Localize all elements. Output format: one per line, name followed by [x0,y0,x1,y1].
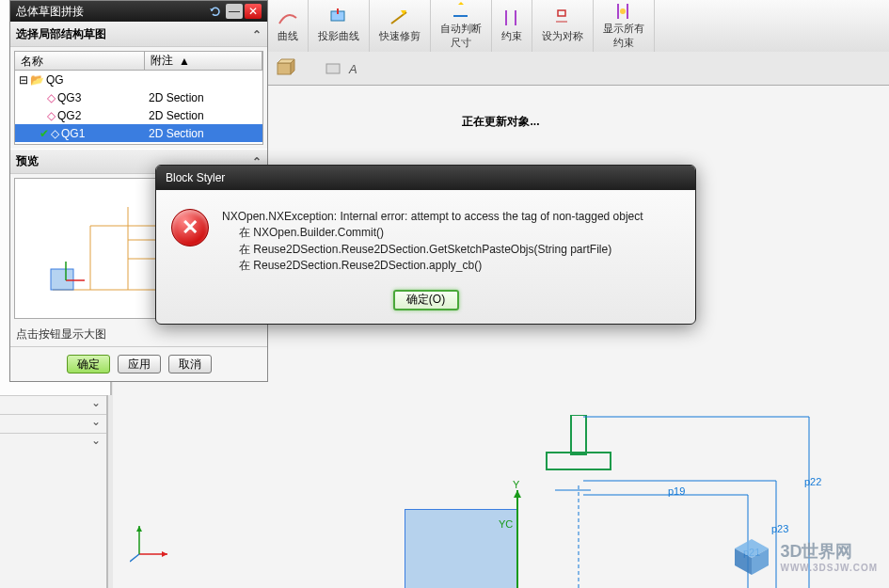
constraint-icon [501,8,522,27]
ribbon-item-project[interactable]: 投影曲线 [309,0,370,52]
minus-icon[interactable]: ⊟ [19,73,28,87]
left-collapse-column: ⌄ ⌄ ⌄ [0,395,108,588]
err-line: 在 Reuse2DSection.Reuse2DSection.GetSketc… [222,242,643,258]
svg-marker-42 [162,551,167,557]
text-tool-icon[interactable]: A [347,60,368,77]
ribbon-label: 约束 [501,29,522,43]
close-icon[interactable]: ✕ [245,4,262,19]
symmetric-icon [552,8,573,27]
dialog-ok-button[interactable]: 确定(O) [393,290,459,310]
check-icon: ✔ [40,127,49,140]
node-note: 2D Section [145,109,262,122]
dim-p19[interactable]: p19 [668,485,685,497]
node-label: QG3 [57,91,81,104]
solid-icon[interactable] [274,57,300,80]
error-icon: ✕ [171,209,209,246]
ribbon: 曲线 投影曲线 快速修剪 自动判断 尺寸 约束 设为对称 显示所有 约束 [268,0,889,52]
palette-title: 总体草图拼接 [16,4,84,20]
status-message: 正在更新对象... [462,114,539,130]
ribbon-label: 快速修剪 [379,29,421,43]
dialog-title: Block Styler [166,171,225,184]
dialog-titlebar[interactable]: Block Styler [156,166,695,190]
dim-p23[interactable]: p23 [771,523,788,534]
button-row: 确定 应用 取消 [10,346,267,381]
logo-cube-icon [731,535,772,577]
watermark: 3D世界网WWW.3DSJW.COM [731,535,878,577]
apply-button[interactable]: 应用 [118,355,161,373]
ribbon-label: 曲线 [278,29,298,43]
tree-row[interactable]: ◇QG32D Section [15,88,262,106]
showall-icon [613,2,634,20]
ribbon-item-autodim[interactable]: 自动判断 尺寸 [431,0,492,52]
svg-text:A: A [348,62,357,76]
error-dialog: Block Styler ✕ NXOpen.NXException: Inter… [155,165,696,325]
col-note[interactable]: 附注 [151,53,173,69]
err-line: 在 Reuse2DSection.Reuse2DSection.apply_cb… [222,258,643,274]
trim-icon [389,8,410,27]
tree[interactable]: 名称 附注▲ ⊟📂QG ◇QG32D Section ◇QG22D Sectio… [14,51,263,145]
node-icon: ◇ [47,91,56,104]
tree-row[interactable]: ◇QG22D Section [15,106,262,124]
preview-caption: 点击按钮显示大图 [10,323,267,346]
curve-icon [278,8,298,27]
node-icon: ◇ [47,109,56,122]
node-label: QG2 [57,109,81,122]
tree-header[interactable]: 名称 附注▲ [15,52,262,71]
dim-icon [451,2,471,20]
error-text: NXOpen.NXException: Internal error: atte… [222,209,643,275]
tree-row-selected[interactable]: ✔◇QG12D Section [15,124,262,142]
node-label: QG1 [61,127,85,140]
node-note: 2D Section [145,127,262,140]
ribbon-label: 显示所有 约束 [603,22,644,50]
watermark-text: 3D世界网 [780,540,878,563]
node-note: 2D Section [145,91,262,104]
reset-icon[interactable] [207,4,224,19]
chevron-up-icon: ⌃ [252,28,262,41]
chevron-down-icon[interactable]: ⌄ [0,395,106,414]
node-label: QG [46,73,64,87]
palette-titlebar[interactable]: 总体草图拼接 — ✕ [10,1,267,22]
view-triad[interactable] [130,520,173,564]
ribbon-item-symmetric[interactable]: 设为对称 [532,0,594,52]
cancel-button[interactable]: 取消 [168,355,212,373]
ribbon-item-showall[interactable]: 显示所有 约束 [594,0,655,52]
watermark-url: WWW.3DSJW.COM [780,563,878,573]
svg-rect-14 [326,64,340,73]
ribbon-label: 投影曲线 [318,29,359,43]
ribbon-label: 设为对称 [542,29,583,43]
ribbon-label: 自动判断 尺寸 [440,22,482,50]
minimize-icon[interactable]: — [226,4,243,19]
node-icon: ◇ [51,127,59,140]
tool-icon[interactable] [325,60,343,77]
chevron-down-icon[interactable]: ⌄ [0,433,106,452]
err-line: 在 NXOpen.Builder.Commit() [222,225,643,241]
ok-button[interactable]: 确定 [67,355,110,373]
svg-marker-44 [136,526,142,532]
svg-point-10 [620,8,626,14]
svg-rect-6 [558,10,565,16]
dim-p22[interactable]: p22 [804,476,821,487]
svg-rect-11 [278,63,291,74]
section-label: 预览 [16,153,39,169]
toolbar-row: A [268,55,889,83]
folder-icon: 📂 [30,73,44,87]
col-name[interactable]: 名称 [15,52,145,70]
project-icon [328,8,349,27]
tree-root[interactable]: ⊟📂QG [15,71,262,88]
svg-rect-58 [51,269,73,290]
ribbon-item-constraint[interactable]: 约束 [492,0,532,52]
svg-line-45 [130,554,139,562]
chevron-down-icon[interactable]: ⌄ [0,414,106,433]
section-select[interactable]: 选择局部结构草图⌃ [10,22,267,47]
err-line: NXOpen.NXException: Internal error: atte… [222,209,643,225]
ribbon-item-trim[interactable]: 快速修剪 [370,0,431,52]
section-label: 选择局部结构草图 [16,26,106,42]
sort-up-icon[interactable]: ▲ [179,55,190,68]
ribbon-item-curve[interactable]: 曲线 [268,0,309,52]
